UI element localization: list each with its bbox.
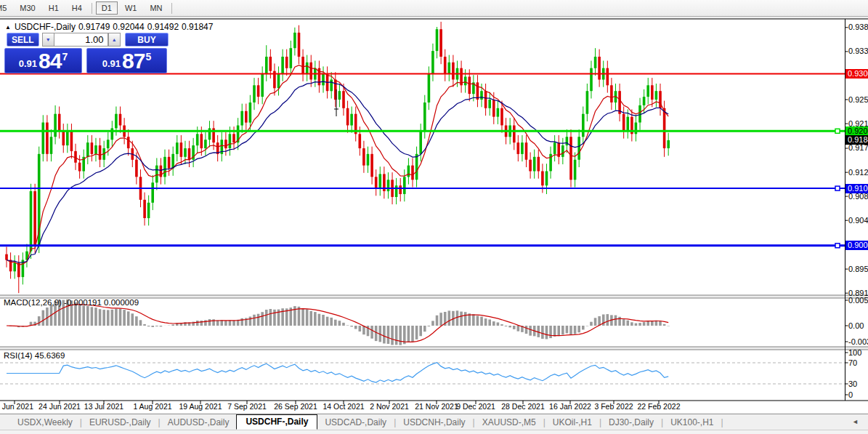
price-line-label: 0.9200 <box>845 126 868 136</box>
chart-tabs-bar: USDX,Weekly|EURUSD-,Daily|AUDUSD-,DailyU… <box>0 414 868 430</box>
macd-axis-label: 0.00 <box>848 321 864 330</box>
chart-tab-uk100[interactable]: UK100-,H1 <box>663 417 721 428</box>
chart-title: ▲USDCHF-,Daily0.917490.920440.914920.918… <box>5 22 216 32</box>
price-axis-tick: 0.9128 <box>848 168 868 177</box>
date-axis-label: 2 Nov 2021 <box>370 402 409 411</box>
price-axis-tick: 0.9381 <box>848 23 868 31</box>
macd-values: -0.000191 0.000009 <box>64 298 139 307</box>
rsi-indicator-label: RSI(14) 45.6369 <box>4 351 65 360</box>
buy-price-prefix: 0.91 <box>102 58 121 69</box>
price-axis-tick: 0.9044 <box>848 216 868 225</box>
date-axis-label: 3 Feb 2022 <box>594 402 633 411</box>
sell-button[interactable]: SELL <box>7 33 39 47</box>
sell-price-big: 84 <box>38 51 61 71</box>
buy-price-sup: 5 <box>145 51 151 63</box>
chart-tab-usdcnh[interactable]: USDCNH-,Daily <box>396 417 472 428</box>
sell-price-sup: 7 <box>62 51 68 63</box>
buy-price-big: 87 <box>122 51 145 71</box>
buy-button[interactable]: BUY <box>125 33 169 47</box>
date-axis-label: 7 Sep 2021 <box>227 402 267 411</box>
macd-axis-label: 0.0059 <box>848 296 868 305</box>
rsi-axis-label: 0 <box>848 390 853 399</box>
ohlc-high: 0.92044 <box>113 22 144 32</box>
sell-price-prefix: 0.91 <box>19 58 37 69</box>
price-axis-tick: 0.9339 <box>848 47 868 55</box>
tab-scroll-left-icon[interactable]: ◄ <box>852 418 859 425</box>
chart-tab-eurusd[interactable]: EURUSD-,Daily <box>82 417 158 428</box>
date-axis-label: 28 Dec 2021 <box>501 402 545 411</box>
buy-price-box[interactable]: 0.91 87 5 <box>86 48 167 73</box>
chart-tab-audusd[interactable]: AUDUSD-,Daily <box>161 417 237 428</box>
date-axis-label: 14 Oct 2021 <box>323 402 364 411</box>
price-line-label: 0.9184 <box>845 135 868 145</box>
chart-symbol: USDCHF-,Daily <box>15 22 76 32</box>
date-axis-label: 19 Aug 2021 <box>179 402 222 411</box>
date-axis-label: 22 Feb 2022 <box>638 402 681 411</box>
chart-tab-usdcad[interactable]: USDCAD-,Daily <box>317 417 394 428</box>
date-axis-label: 1 Aug 2021 <box>133 402 171 411</box>
date-axis-label: 6 Jun 2021 <box>0 402 33 411</box>
volume-down-icon[interactable]: ▼ <box>42 33 54 47</box>
volume-input[interactable]: 1.00 <box>54 33 108 47</box>
price-line-label: 0.9300 <box>845 69 868 79</box>
date-axis-label: 16 Jan 2022 <box>549 402 591 411</box>
date-axis-label: 24 Jun 2021 <box>38 402 81 411</box>
rsi-axis-label: 70 <box>848 358 857 367</box>
collapse-panel-icon[interactable]: ▲ <box>5 24 11 31</box>
macd-axis-label: -0.003 <box>848 337 868 346</box>
volume-up-icon[interactable]: ▲ <box>108 33 121 47</box>
date-axis-label: 26 Sep 2021 <box>274 402 317 411</box>
status-strip <box>0 430 868 434</box>
rsi-axis-label: 30 <box>848 379 857 388</box>
rsi-axis-label: 100 <box>848 348 861 357</box>
price-axis-tick: 0.8959 <box>848 265 868 273</box>
date-axis-label: 9 Dec 2021 <box>456 402 495 411</box>
date-axis-label: 21 Nov 2021 <box>415 402 458 411</box>
price-axis-tick: 0.9255 <box>848 95 868 104</box>
rsi-value: 45.6369 <box>35 351 65 360</box>
chart-tab-ukoil[interactable]: UKOil-,H1 <box>545 417 599 428</box>
trade-panel: SELL ▼ 1.00 ▲ BUY 0.91 84 7 0.91 87 5 <box>4 33 169 73</box>
price-line-label: 0.9000 <box>845 241 868 250</box>
macd-indicator-label: MACD(12,26,9) -0.000191 0.000009 <box>4 298 139 307</box>
chart-tab-usdchf[interactable]: USDCHF-,Daily <box>236 414 317 430</box>
price-line-label: 0.9100 <box>845 184 868 193</box>
date-axis-label: 13 Jul 2021 <box>84 402 123 411</box>
chart-tab-dj30[interactable]: DJ30-,Daily <box>601 417 661 428</box>
ohlc-close: 0.91847 <box>182 22 213 32</box>
chart-tab-xauusd[interactable]: XAUUSD-,M5 <box>475 417 543 428</box>
chart-tab-usdx[interactable]: USDX,Weekly <box>10 417 80 428</box>
ohlc-open: 0.91749 <box>78 22 110 32</box>
sell-price-box[interactable]: 0.91 84 7 <box>4 48 82 73</box>
ohlc-low: 0.91492 <box>147 22 179 32</box>
tab-separator: | <box>721 417 723 427</box>
trading-terminal: M5M30H1H4D1W1MN ▲USDCHF-,Daily0.917490.9… <box>0 0 868 434</box>
